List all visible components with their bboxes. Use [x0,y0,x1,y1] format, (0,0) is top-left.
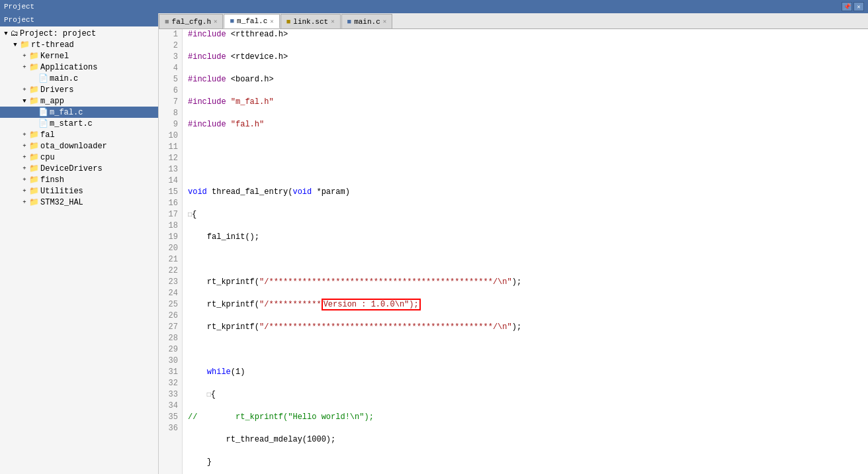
folder-icon-stm32-hal: 📁 [29,197,39,207]
line-num-30: 30 [163,356,178,367]
expander-rtthread: ▼ [11,42,20,48]
folder-icon-fal: 📁 [29,130,39,140]
tree-label-main-c: main.c [50,74,78,83]
tab-icon-m-fal-c: ■ [230,17,234,25]
line-num-15: 15 [163,187,178,198]
code-line-15 [188,344,863,356]
pin-button[interactable]: 📌 [842,2,852,11]
code-line-19: rt_thread_mdelay(1000); [188,434,863,446]
tree-item-stm32-hal[interactable]: + 📁 STM32_HAL [0,197,158,208]
expander-ota-downloader: + [20,143,29,150]
expander-m-app: ▼ [20,98,29,105]
tree-item-device-drivers[interactable]: + 📁 DeviceDrivers [0,163,158,174]
tree-label-applications: Applications [40,63,97,72]
expander-kernel: + [20,53,29,60]
folder-icon-finsh: 📁 [29,175,39,185]
expander-m-start-c [29,120,38,127]
close-button[interactable]: ✕ [853,2,864,11]
tab-close-m-fal-c[interactable]: ✕ [270,18,273,25]
line-num-28: 28 [163,333,178,344]
line-num-18: 18 [163,220,178,232]
code-line-12: rt_kprintf("/***************************… [188,277,863,288]
tab-bar: ■ fal_cfg.h ✕ ■ m_fal.c ✕ ■ link.sct ✕ ■… [159,13,868,29]
tab-m-fal-c[interactable]: ■ m_fal.c ✕ [224,14,279,28]
sidebar-tree: ▼ 🗂 Project: project ▼ 📁 rt-thread + 📁 K… [0,26,158,474]
line-num-5: 5 [163,74,178,85]
tree-item-m-fal-c[interactable]: 📄 m_fal.c [0,107,158,118]
main-layout: Project ▼ 🗂 Project: project ▼ 📁 rt-thre… [0,13,868,474]
line-num-6: 6 [163,85,178,97]
tree-item-drivers[interactable]: + 📁 Drivers [0,84,158,95]
expander-cpu: + [20,154,29,161]
sidebar-title: Project [4,16,34,24]
line-num-8: 8 [163,108,178,119]
tree-item-m-app[interactable]: ▼ 📁 m_app [0,95,158,107]
line-num-13: 13 [163,164,178,175]
tab-close-main-c[interactable]: ✕ [383,18,386,25]
line-num-12: 12 [163,153,178,164]
tab-fal-cfg-h[interactable]: ■ fal_cfg.h ✕ [159,14,223,28]
tab-link-sct[interactable]: ■ link.sct ✕ [281,14,341,28]
tab-close-fal-cfg-h[interactable]: ✕ [214,18,217,25]
folder-icon-kernel: 📁 [29,51,39,61]
tree-label-ota-downloader: ota_downloader [40,142,107,151]
folder-icon-m-app: 📁 [29,96,39,106]
tab-icon-fal-cfg-h: ■ [165,18,169,26]
expander-device-drivers: + [20,166,29,172]
expander-applications: + [20,64,29,71]
line-num-36: 36 [163,423,178,434]
tree-item-project[interactable]: ▼ 🗂 Project: project [0,28,158,39]
title-bar-left: Project [4,3,34,11]
line-num-26: 26 [163,310,178,322]
line-num-1: 1 [163,29,178,40]
title-bar-label: Project [4,3,34,11]
tree-item-fal[interactable]: + 📁 fal [0,129,158,140]
tab-label-main-c: main.c [354,18,380,26]
tree-item-main-c[interactable]: 📄 main.c [0,73,158,84]
tab-icon-main-c: ■ [347,18,352,26]
line-num-17: 17 [163,209,178,220]
line-num-33: 33 [163,389,178,401]
code-container[interactable]: 1 2 3 4 5 6 7 8 9 10 11 12 13 14 15 16 1… [159,29,868,474]
tree-item-ota-downloader[interactable]: + 📁 ota_downloader [0,140,158,152]
tab-close-link-sct[interactable]: ✕ [331,18,334,25]
line-num-3: 3 [163,52,178,63]
tree-item-finsh[interactable]: + 📁 finsh [0,174,158,185]
tab-main-c[interactable]: ■ main.c ✕ [341,14,393,28]
expander-finsh: + [20,177,29,183]
line-num-25: 25 [163,299,178,310]
tree-item-applications[interactable]: + 📁 Applications [0,62,158,73]
line-numbers: 1 2 3 4 5 6 7 8 9 10 11 12 13 14 15 16 1… [159,29,183,474]
tree-label-finsh: finsh [40,175,64,185]
line-num-35: 35 [163,412,178,423]
code-line-14: rt_kprintf("/***************************… [188,322,863,333]
file-icon-m-fal-c: 📄 [38,107,48,117]
code-line-20: } [188,457,863,468]
line-num-27: 27 [163,322,178,333]
tree-label-utilities: Utilities [40,187,83,196]
line-num-21: 21 [163,254,178,265]
line-num-7: 7 [163,97,178,108]
tree-item-m-start-c[interactable]: 📄 m_start.c [0,118,158,129]
line-num-24: 24 [163,288,178,299]
tab-label-m-fal-c: m_fal.c [237,17,267,25]
tree-label-rtthread: rt-thread [31,40,74,50]
code-editor[interactable]: #include <rtthread.h> #include <rtdevice… [183,29,868,474]
tree-item-cpu[interactable]: + 📁 cpu [0,152,158,163]
tree-item-utilities[interactable]: + 📁 Utilities [0,185,158,197]
tree-label-cpu: cpu [40,153,55,162]
file-icon-m-start-c: 📄 [38,118,48,128]
tree-item-kernel[interactable]: + 📁 Kernel [0,50,158,62]
code-line-9: □{ [188,209,863,220]
tree-label-fal: fal [40,130,55,140]
tree-label-stm32-hal: STM32_HAL [40,198,83,207]
line-num-19: 19 [163,232,178,243]
tree-label-project: Project: project [20,29,96,38]
code-line-4: #include "m_fal.h" [188,97,863,108]
folder-icon-applications: 📁 [29,62,39,72]
tree-item-rtthread[interactable]: ▼ 📁 rt-thread [0,39,158,50]
sidebar-header: Project [0,13,158,26]
line-num-23: 23 [163,277,178,288]
title-bar-controls[interactable]: 📌 ✕ [842,2,864,11]
line-num-11: 11 [163,142,178,153]
